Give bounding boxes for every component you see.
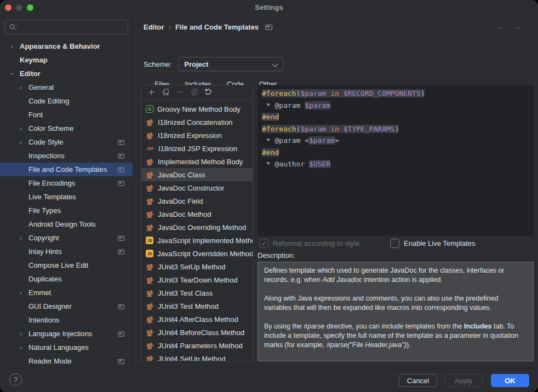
screen-icon bbox=[265, 24, 273, 31]
template-item-i18nized-expression[interactable]: I18nized Expression bbox=[141, 129, 253, 142]
sidebar-item-compose-live-edit[interactable]: Compose Live Edit bbox=[0, 258, 133, 272]
scheme-select[interactable]: Project bbox=[178, 57, 284, 71]
sidebar-item-reader-mode[interactable]: Reader Mode bbox=[0, 354, 133, 368]
search-input[interactable] bbox=[18, 23, 117, 31]
chevron-collapsed-icon[interactable]: › bbox=[18, 125, 24, 132]
sidebar-item-label: Live Templates bbox=[28, 193, 76, 201]
sidebar-item-code-style[interactable]: ›Code Style bbox=[0, 135, 133, 149]
sidebar-item-label: Duplicates bbox=[28, 275, 62, 283]
reformat-label: Reformat according to style bbox=[273, 239, 359, 247]
chevron-collapsed-icon[interactable]: › bbox=[18, 84, 24, 91]
template-item-javascript-overridden-method-body[interactable]: JSJavaScript Overridden Method Body bbox=[141, 247, 253, 260]
reformat-option: ✓ Reformat according to style bbox=[259, 239, 359, 248]
template-item-junit4-beforeclass-method[interactable]: JUnit4 BeforeClass Method bbox=[141, 326, 253, 339]
sidebar-item-copyright[interactable]: ›Copyright bbox=[0, 231, 133, 245]
template-item-junit4-parameters-method[interactable]: JUnit4 Parameters Method bbox=[141, 339, 253, 352]
sidebar-item-label: Keymap bbox=[20, 56, 48, 64]
java-file-icon bbox=[146, 158, 154, 166]
screen-icon bbox=[118, 180, 125, 188]
copy-template-button[interactable] bbox=[161, 89, 170, 97]
template-item-label: JUnit4 AfterClass Method bbox=[158, 315, 238, 324]
code-line: * @param $param bbox=[262, 100, 534, 112]
footer-bar: ? Cancel Apply OK bbox=[0, 368, 538, 392]
sidebar-item-color-scheme[interactable]: ›Color Scheme bbox=[0, 122, 133, 135]
sidebar-item-inspections[interactable]: Inspections bbox=[0, 149, 133, 163]
sidebar-item-language-injections[interactable]: ›Language Injections bbox=[0, 327, 133, 341]
template-item-javascript-implemented-method-body[interactable]: JSJavaScript Implemented Method Body bbox=[141, 234, 253, 247]
template-item-junit3-setup-method[interactable]: JUnit3 SetUp Method bbox=[141, 260, 253, 273]
chevron-collapsed-icon[interactable]: › bbox=[18, 344, 24, 351]
template-item-junit4-afterclass-method[interactable]: JUnit4 AfterClass Method bbox=[141, 313, 253, 326]
settings-tree: ›Appearance & BehaviorKeymap›Editor›Gene… bbox=[0, 39, 133, 368]
sidebar-item-general[interactable]: ›General bbox=[0, 80, 133, 94]
sidebar-item-inlay-hints[interactable]: Inlay Hints bbox=[0, 245, 133, 258]
ok-button[interactable]: OK bbox=[491, 374, 529, 387]
help-button[interactable]: ? bbox=[9, 373, 22, 386]
chevron-collapsed-icon[interactable]: › bbox=[9, 43, 15, 50]
template-item-junit4-setup-method[interactable]: JUnit4 SetUp Method bbox=[141, 352, 253, 361]
jsp-file-icon: JSP bbox=[146, 147, 154, 151]
template-item-label: JavaDoc Field bbox=[158, 197, 203, 205]
groovy-file-icon: G bbox=[146, 105, 153, 113]
screen-icon bbox=[118, 249, 125, 257]
reset-template-button[interactable] bbox=[204, 89, 213, 97]
sidebar-item-code-editing[interactable]: Code Editing bbox=[0, 94, 133, 108]
sidebar-item-file-encodings[interactable]: File Encodings bbox=[0, 176, 133, 190]
template-item-implemented-method-body[interactable]: Implemented Method Body bbox=[141, 155, 253, 168]
description-box: Defines template which used to generate … bbox=[257, 262, 534, 361]
sidebar-item-label: Appearance & Behavior bbox=[20, 42, 100, 50]
sidebar-item-editor[interactable]: ›Editor bbox=[0, 67, 133, 80]
sidebar-item-keymap[interactable]: Keymap bbox=[0, 53, 133, 67]
chevron-expanded-icon[interactable]: › bbox=[9, 71, 15, 77]
breadcrumb-file-and-code-templates: File and Code Templates bbox=[175, 23, 259, 31]
sidebar-item-gui-designer[interactable]: GUI Designer bbox=[0, 299, 133, 313]
screen-icon bbox=[118, 303, 125, 312]
chevron-collapsed-icon[interactable]: › bbox=[18, 331, 24, 337]
sidebar-item-label: File Types bbox=[28, 206, 61, 215]
sidebar-item-android-design-tools[interactable]: Android Design Tools bbox=[0, 217, 133, 231]
revert-icon bbox=[204, 88, 213, 98]
copy-icon bbox=[190, 88, 198, 98]
template-item-javadoc-method[interactable]: JavaDoc Method bbox=[141, 207, 253, 221]
copy-plus-icon bbox=[162, 88, 170, 98]
sidebar-item-label: Color Scheme bbox=[28, 124, 73, 132]
template-item-groovy-new-method-body[interactable]: GGroovy New Method Body bbox=[141, 102, 253, 116]
chevron-collapsed-icon[interactable]: › bbox=[18, 235, 24, 241]
scheme-label: Scheme: bbox=[144, 60, 171, 68]
live-templates-checkbox[interactable] bbox=[390, 239, 399, 248]
sidebar-item-intentions[interactable]: Intentions bbox=[0, 313, 133, 327]
sidebar-item-emmet[interactable]: ›Emmet bbox=[0, 286, 133, 299]
java-file-icon bbox=[146, 263, 154, 271]
cancel-button[interactable]: Cancel bbox=[399, 374, 437, 387]
sidebar-item-duplicates[interactable]: Duplicates bbox=[0, 272, 133, 286]
template-code-editor[interactable]: #foreach($param in $RECORD_COMPONENTS) *… bbox=[257, 85, 534, 236]
template-item-i18nized-jsp-expression[interactable]: JSPI18nized JSP Expression bbox=[141, 142, 253, 155]
sidebar-item-label: Inspections bbox=[28, 152, 65, 160]
template-item-junit3-test-class[interactable]: JUnit3 Test Class bbox=[141, 286, 253, 299]
breadcrumb-editor[interactable]: Editor bbox=[144, 23, 164, 31]
template-item-javadoc-overriding-method[interactable]: JavaDoc Overriding Method bbox=[141, 221, 253, 234]
apply-button: Apply bbox=[444, 374, 483, 387]
sidebar-item-natural-languages[interactable]: ›Natural Languages bbox=[0, 341, 133, 354]
template-item-javadoc-class[interactable]: JavaDoc Class bbox=[141, 168, 253, 181]
sidebar-item-label: Intentions bbox=[28, 316, 59, 324]
template-item-i18nized-concatenation[interactable]: I18nized Concatenation bbox=[141, 116, 253, 129]
sidebar-item-file-types[interactable]: File Types bbox=[0, 204, 133, 217]
template-item-junit3-teardown-method[interactable]: JUnit3 TearDown Method bbox=[141, 273, 253, 286]
template-item-javadoc-field[interactable]: JavaDoc Field bbox=[141, 194, 253, 207]
settings-search-field[interactable] bbox=[4, 20, 128, 34]
add-template-button[interactable] bbox=[147, 89, 156, 97]
plus-icon bbox=[147, 88, 156, 98]
chevron-collapsed-icon[interactable]: › bbox=[18, 139, 24, 146]
chevron-collapsed-icon[interactable]: › bbox=[18, 290, 24, 296]
divider bbox=[144, 72, 531, 72]
template-item-junit3-test-method[interactable]: JUnit3 Test Method bbox=[141, 299, 253, 313]
template-item-label: I18nized Concatenation bbox=[158, 118, 233, 126]
sidebar-item-file-and-code-templates[interactable]: File and Code Templates bbox=[0, 163, 133, 176]
sidebar-item-font[interactable]: Font bbox=[0, 108, 133, 122]
sidebar-item-appearance-behavior[interactable]: ›Appearance & Behavior bbox=[0, 39, 133, 53]
java-file-icon bbox=[146, 355, 154, 362]
sidebar-item-live-templates[interactable]: Live Templates bbox=[0, 190, 133, 204]
screen-icon bbox=[118, 235, 125, 243]
template-item-javadoc-constructor[interactable]: JavaDoc Constructor bbox=[141, 181, 253, 194]
